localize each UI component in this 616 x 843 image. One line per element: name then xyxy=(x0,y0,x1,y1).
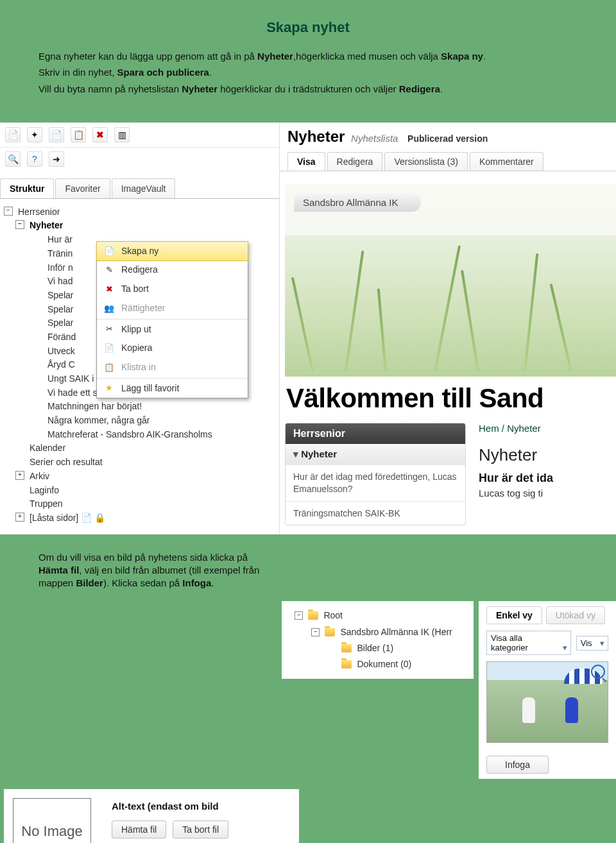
folder-icon xyxy=(341,660,352,668)
panel-icon[interactable]: ▥ xyxy=(114,127,130,142)
site-banner: Sandsbro Allmänna IK xyxy=(285,184,616,377)
image-thumbnail[interactable] xyxy=(486,661,608,743)
content-h3: Hur är det ida xyxy=(479,472,616,485)
toolbar-row-2: 🔍 ? ➜ xyxy=(0,148,279,173)
side-nav-sub[interactable]: Nyheter xyxy=(286,444,465,464)
tree-item[interactable]: Några kommer, några går xyxy=(33,414,275,428)
tab-redigera[interactable]: Redigera xyxy=(327,152,383,171)
tab-versionslista[interactable]: Versionslista (3) xyxy=(384,152,468,171)
ta-bort-fil-button[interactable]: Ta bort fil xyxy=(173,821,228,839)
tree-serier[interactable]: Serier och resultat xyxy=(15,456,275,470)
tree-view: −Herrsenior −Nyheter Hur är Tränin Inför… xyxy=(0,199,279,534)
image-picker: Enkel vy Utökad vy Visa alla kategorier … xyxy=(479,601,616,779)
delete-icon[interactable]: ✖ xyxy=(92,127,108,142)
breadcrumb: Hem / Nyheter xyxy=(479,423,616,434)
content-h2: Nyheter xyxy=(479,445,616,465)
right-title-bar: Nyheter Nyhetslista Publicerad version xyxy=(280,123,616,147)
folder-dokument[interactable]: Dokument (0) xyxy=(323,656,466,672)
tab-enkel-vy[interactable]: Enkel vy xyxy=(486,606,542,624)
category-select[interactable]: Visa alla kategorier xyxy=(486,631,571,655)
tree-lasta[interactable]: +[Låsta sidor] 📄 🔒 xyxy=(15,511,275,525)
delete-icon: ✖ xyxy=(103,284,115,295)
tree-item[interactable]: Matchreferat - Sandsbro AIK-Gransholms xyxy=(33,428,275,442)
no-image-label: No Image xyxy=(13,798,91,843)
breadcrumb-hem[interactable]: Hem xyxy=(479,423,499,434)
tree-truppen[interactable]: Truppen xyxy=(15,497,275,511)
new-doc-icon: 📄 xyxy=(103,246,115,257)
paste-icon[interactable]: 📋 xyxy=(71,127,86,142)
content-desc: Lucas tog sig ti xyxy=(479,488,616,498)
intro-p2: Skriv in din nyhet, Spara och publicera. xyxy=(38,66,578,79)
tab-visa[interactable]: Visa xyxy=(287,152,325,171)
screenshot-cms: 📄 ✦ 📄 📋 ✖ ▥ 🔍 ? ➜ Struktur Favoriter Ima… xyxy=(0,123,616,534)
toolbar-row-1: 📄 ✦ 📄 📋 ✖ ▥ xyxy=(0,123,279,148)
folder-icon xyxy=(325,628,335,636)
new-doc-icon[interactable]: 📄 xyxy=(5,127,21,142)
page-title: Skapa nyhet xyxy=(38,19,578,36)
edit-icon: ✎ xyxy=(103,264,115,276)
copy-icon: 📄 xyxy=(103,343,115,354)
sparkle-icon[interactable]: ✦ xyxy=(27,127,42,142)
intro-p1: Egna nyheter kan du lägga upp genom att … xyxy=(38,50,578,63)
menu-skapa-ny[interactable]: 📄Skapa ny xyxy=(96,241,248,262)
tree-laginfo[interactable]: Laginfo xyxy=(15,484,275,498)
menu-tabort[interactable]: ✖Ta bort xyxy=(97,280,248,299)
hamta-fil-button[interactable]: Hämta fil xyxy=(112,821,166,839)
tab-favoriter[interactable]: Favoriter xyxy=(55,178,110,198)
cms-left-pane: 📄 ✦ 📄 📋 ✖ ▥ 🔍 ? ➜ Struktur Favoriter Ima… xyxy=(0,123,280,534)
menu-redigera[interactable]: ✎Redigera xyxy=(97,260,248,280)
exit-icon[interactable]: ➜ xyxy=(49,151,64,167)
menu-rattigheter[interactable]: 👥Rättigheter xyxy=(97,299,248,318)
intro-block-2: Om du vill visa en bild på nyhetens sida… xyxy=(0,534,314,590)
intro-block: Skapa nyhet Egna nyheter kan du lägga up… xyxy=(0,0,616,108)
side-nav-head: Herrsenior xyxy=(286,423,465,444)
copy-icon[interactable]: 📄 xyxy=(49,127,64,142)
tree-kalender[interactable]: Kalender xyxy=(15,441,275,456)
search-icon[interactable]: 🔍 xyxy=(5,151,21,167)
infoga-button[interactable]: Infoga xyxy=(486,756,549,774)
side-nav-link[interactable]: Träningsmatchen SAIK-BK xyxy=(286,501,465,525)
menu-kopiera[interactable]: 📄Kopiera xyxy=(97,339,248,358)
menu-klipp-ut[interactable]: ✂Klipp ut xyxy=(97,320,248,339)
cut-icon: ✂ xyxy=(103,323,115,335)
folder-bilder[interactable]: Bilder (1) xyxy=(323,640,466,656)
folder-root[interactable]: −Root xyxy=(289,608,466,624)
side-nav-card: Herrsenior Nyheter Hur är det idag med f… xyxy=(285,423,466,526)
banner-pill: Sandsbro Allmänna IK xyxy=(294,193,421,212)
alt-text-area: Alt-text (endast om bild Hämta fil Ta bo… xyxy=(100,789,299,843)
users-icon: 👥 xyxy=(103,303,115,314)
filter-select[interactable]: Vis xyxy=(576,636,608,651)
help-icon[interactable]: ? xyxy=(27,151,42,167)
tree-nyheter[interactable]: −Nyheter xyxy=(15,219,275,233)
folder-tree: −Root −Sandsbro Allmänna IK (Herr Bilder… xyxy=(282,601,474,679)
tree-arkiv[interactable]: +Arkiv xyxy=(15,470,275,484)
tree-herrsenior[interactable]: −Herrsenior xyxy=(4,205,275,219)
side-nav-link[interactable]: Hur är det idag med föredettingen, Lucas… xyxy=(286,464,465,501)
alt-text-label: Alt-text (endast om bild xyxy=(112,801,291,812)
welcome-heading: Välkommen till Sand xyxy=(280,377,616,423)
folder-club[interactable]: −Sandsbro Allmänna IK (Herr xyxy=(306,624,466,640)
intro-p3: Vill du byta namn på nyhetslistan Nyhete… xyxy=(38,83,578,96)
star-icon: ★ xyxy=(103,382,115,394)
paste-icon: 📋 xyxy=(103,362,115,373)
folder-icon xyxy=(308,611,318,620)
tab-imagevault[interactable]: ImageVault xyxy=(112,178,176,198)
no-image-preview: No Image xyxy=(4,789,100,843)
tab-kommentarer[interactable]: Kommentarer xyxy=(470,152,543,171)
menu-klistra-in[interactable]: 📋Klistra in xyxy=(97,358,248,377)
context-menu: 📄Skapa ny ✎Redigera ✖Ta bort 👥Rättighete… xyxy=(96,241,248,399)
folder-icon xyxy=(341,644,352,652)
cms-right-pane: Nyheter Nyhetslista Publicerad version V… xyxy=(280,123,616,526)
tree-item[interactable]: Matchningen har börjat! xyxy=(33,400,275,414)
tab-utokad-vy[interactable]: Utökad vy xyxy=(546,606,605,624)
content-column: Hem / Nyheter Nyheter Hur är det ida Luc… xyxy=(479,423,616,526)
tab-struktur[interactable]: Struktur xyxy=(0,178,54,198)
menu-favorit[interactable]: ★Lägg till favorit xyxy=(97,379,248,398)
